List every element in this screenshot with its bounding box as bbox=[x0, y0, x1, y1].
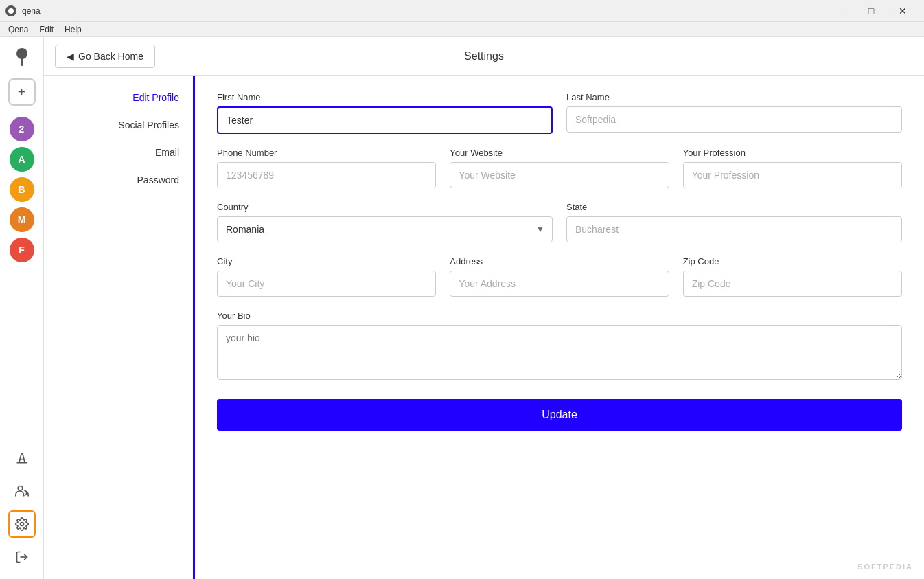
country-label: Country bbox=[217, 202, 553, 212]
menu-qena[interactable]: Qena bbox=[3, 23, 34, 36]
phone-label: Phone Number bbox=[217, 148, 436, 158]
go-back-button[interactable]: ◀ Go Back Home bbox=[55, 45, 155, 68]
bio-textarea[interactable] bbox=[217, 325, 902, 380]
submit-group: Update bbox=[217, 394, 902, 431]
zip-group: Zip Code bbox=[683, 256, 902, 297]
svg-point-3 bbox=[18, 486, 23, 491]
app-container: + 2 A B M F bbox=[0, 37, 924, 579]
title-bar: qena — □ ✕ bbox=[0, 0, 924, 22]
address-row: City Address Zip Code bbox=[217, 256, 902, 297]
menu-help[interactable]: Help bbox=[59, 23, 87, 36]
main-area: ◀ Go Back Home Settings Edit Profile Soc… bbox=[44, 37, 924, 579]
location-row: Country Romania United States United Kin… bbox=[217, 202, 902, 242]
bio-row: Your Bio bbox=[217, 310, 902, 380]
sidebar-logo bbox=[10, 45, 34, 70]
go-back-label: Go Back Home bbox=[78, 51, 143, 62]
submit-row: Update bbox=[217, 394, 902, 431]
first-name-group: First Name bbox=[217, 92, 553, 134]
avatar-f[interactable]: F bbox=[10, 238, 34, 262]
address-group: Address bbox=[450, 256, 669, 297]
website-group: Your Website bbox=[450, 148, 669, 188]
window-controls: — □ ✕ bbox=[824, 0, 919, 22]
users-icon-button[interactable] bbox=[8, 477, 36, 505]
name-row: First Name Last Name bbox=[217, 92, 902, 134]
city-label: City bbox=[217, 256, 436, 266]
state-input[interactable] bbox=[566, 216, 902, 242]
city-group: City bbox=[217, 256, 436, 297]
state-label: State bbox=[566, 202, 902, 212]
avatar-2[interactable]: 2 bbox=[10, 117, 34, 141]
close-button[interactable]: ✕ bbox=[887, 0, 919, 22]
settings-icon-button[interactable] bbox=[8, 510, 36, 538]
watermark: SOFTPEDIA bbox=[857, 563, 913, 571]
last-name-group: Last Name bbox=[566, 92, 902, 134]
avatar-m[interactable]: M bbox=[10, 207, 34, 232]
logout-icon-button[interactable] bbox=[8, 543, 36, 571]
menu-edit[interactable]: Edit bbox=[34, 23, 59, 36]
back-arrow-icon: ◀ bbox=[67, 51, 74, 62]
avatar-a[interactable]: A bbox=[10, 147, 34, 172]
bio-label: Your Bio bbox=[217, 310, 902, 321]
website-input[interactable] bbox=[450, 162, 669, 188]
paint-icon-button[interactable] bbox=[8, 444, 36, 472]
svg-point-4 bbox=[20, 523, 23, 526]
nav-email[interactable]: Email bbox=[155, 144, 179, 161]
zip-input[interactable] bbox=[683, 271, 902, 297]
title-bar-left: qena bbox=[5, 5, 41, 16]
page-title: Settings bbox=[464, 50, 504, 63]
address-label: Address bbox=[450, 256, 669, 266]
city-input[interactable] bbox=[217, 271, 436, 297]
profession-label: Your Profession bbox=[683, 148, 902, 158]
minimize-button[interactable]: — bbox=[824, 0, 855, 22]
add-button[interactable]: + bbox=[8, 78, 36, 106]
contact-row: Phone Number Your Website Your Professio… bbox=[217, 148, 902, 188]
content-area: Edit Profile Social Profiles Email Passw… bbox=[44, 76, 924, 579]
last-name-label: Last Name bbox=[566, 92, 902, 102]
maximize-button[interactable]: □ bbox=[855, 0, 887, 22]
menu-bar: Qena Edit Help bbox=[0, 22, 924, 37]
profession-group: Your Profession bbox=[683, 148, 902, 188]
country-group: Country Romania United States United Kin… bbox=[217, 202, 553, 242]
nav-social-profiles[interactable]: Social Profiles bbox=[118, 117, 179, 133]
website-label: Your Website bbox=[450, 148, 669, 158]
profession-input[interactable] bbox=[683, 162, 902, 188]
left-sidebar: + 2 A B M F bbox=[0, 37, 44, 579]
phone-group: Phone Number bbox=[217, 148, 436, 188]
bio-group: Your Bio bbox=[217, 310, 902, 380]
update-button[interactable]: Update bbox=[217, 399, 902, 431]
app-title: qena bbox=[22, 6, 41, 16]
nav-password[interactable]: Password bbox=[137, 172, 179, 188]
last-name-input[interactable] bbox=[566, 106, 902, 133]
svg-point-1 bbox=[16, 48, 27, 59]
first-name-label: First Name bbox=[217, 92, 553, 102]
svg-point-0 bbox=[8, 8, 14, 14]
svg-rect-2 bbox=[21, 58, 23, 66]
zip-label: Zip Code bbox=[683, 256, 902, 266]
country-select-wrapper: Romania United States United Kingdom Ger… bbox=[217, 216, 553, 242]
app-icon bbox=[5, 5, 16, 16]
top-bar: ◀ Go Back Home Settings bbox=[44, 37, 924, 76]
state-group: State bbox=[566, 202, 902, 242]
phone-input[interactable] bbox=[217, 162, 436, 188]
first-name-input[interactable] bbox=[217, 106, 553, 134]
side-nav: Edit Profile Social Profiles Email Passw… bbox=[44, 76, 195, 579]
address-input[interactable] bbox=[450, 271, 669, 297]
avatar-b[interactable]: B bbox=[10, 177, 34, 202]
nav-edit-profile[interactable]: Edit Profile bbox=[132, 89, 179, 106]
country-select[interactable]: Romania United States United Kingdom Ger… bbox=[217, 216, 553, 242]
form-area: First Name Last Name Phone Number bbox=[195, 76, 924, 579]
